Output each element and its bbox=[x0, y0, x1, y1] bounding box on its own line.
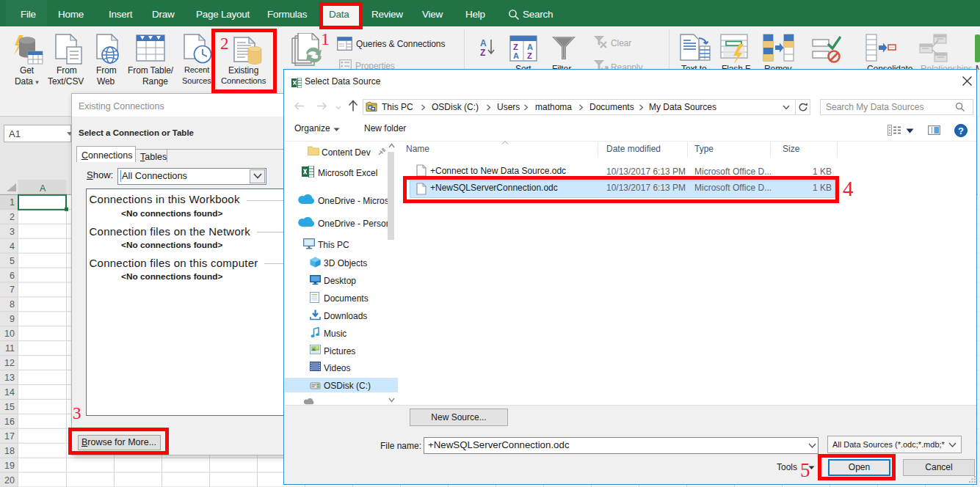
svg-text:14: 14 bbox=[4, 387, 15, 398]
svg-text:A: A bbox=[527, 43, 533, 51]
svg-text:16: 16 bbox=[4, 417, 15, 427]
svg-text:A: A bbox=[480, 38, 487, 48]
svg-text:Z: Z bbox=[513, 43, 518, 51]
svg-text:A: A bbox=[513, 51, 519, 60]
svg-text:A: A bbox=[40, 183, 46, 194]
svg-text:18: 18 bbox=[4, 446, 15, 456]
svg-text:Z: Z bbox=[527, 51, 532, 60]
svg-text:13: 13 bbox=[4, 373, 15, 383]
svg-text:9: 9 bbox=[10, 314, 15, 324]
svg-text:6: 6 bbox=[10, 271, 15, 281]
svg-text:5: 5 bbox=[10, 256, 15, 266]
svg-text:15: 15 bbox=[4, 402, 15, 412]
svg-text:4: 4 bbox=[10, 241, 15, 252]
svg-text:1: 1 bbox=[10, 197, 15, 208]
svg-text:10: 10 bbox=[4, 329, 15, 339]
svg-text:20: 20 bbox=[4, 475, 15, 486]
svg-text:12: 12 bbox=[4, 358, 15, 368]
svg-text:2: 2 bbox=[10, 212, 15, 222]
svg-text:8: 8 bbox=[10, 299, 15, 310]
svg-text:3: 3 bbox=[10, 227, 15, 237]
svg-text:Z: Z bbox=[480, 48, 485, 57]
svg-text:17: 17 bbox=[4, 431, 15, 442]
svg-text:7: 7 bbox=[10, 285, 15, 295]
svg-text:11: 11 bbox=[5, 343, 15, 354]
svg-text:19: 19 bbox=[4, 461, 15, 471]
